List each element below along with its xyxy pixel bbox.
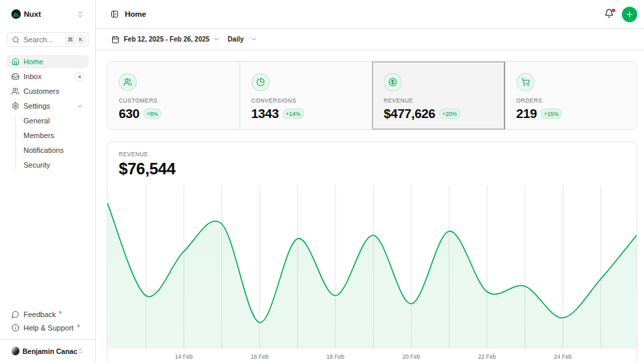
- svg-text:24 Feb: 24 Feb: [554, 353, 572, 360]
- svg-text:16 Feb: 16 Feb: [251, 353, 269, 360]
- svg-text:14 Feb: 14 Feb: [175, 353, 193, 360]
- svg-text:22 Feb: 22 Feb: [478, 353, 496, 360]
- svg-text:20 Feb: 20 Feb: [402, 353, 421, 360]
- svg-text:18 Feb: 18 Feb: [327, 353, 345, 360]
